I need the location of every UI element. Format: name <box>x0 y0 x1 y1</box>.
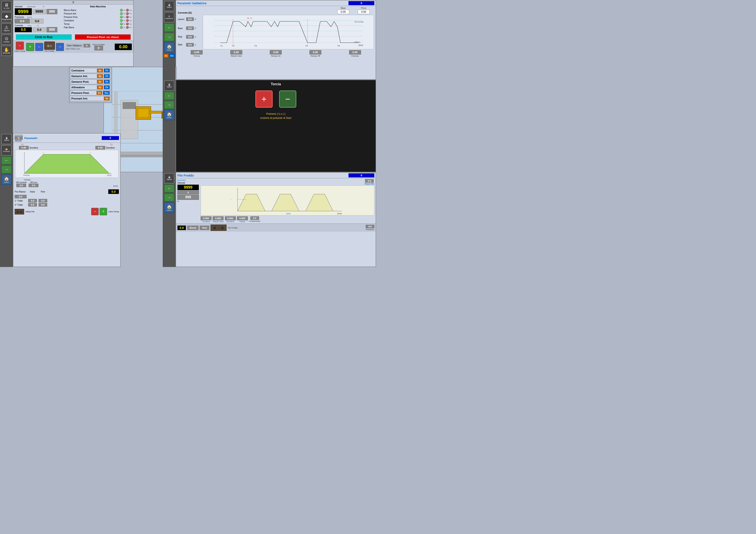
allineatore-ch-btn[interactable]: Ch <box>104 86 110 89</box>
centratore-ch-btn[interactable]: Ch <box>104 69 110 72</box>
sidebar-btn-programma[interactable]: ◆ Programma <box>1 12 12 22</box>
ritardo-start-value[interactable]: 0.00 <box>230 50 242 55</box>
off-corrente-value[interactable]: 0.0 <box>16 184 26 187</box>
ganasce-post-ap-btn[interactable]: Ap <box>97 80 103 84</box>
salva-btn-top[interactable]: 💾 Salva <box>164 1 174 11</box>
tratto2-inizio[interactable]: 0.0 <box>28 203 37 207</box>
corrente-base-value[interactable]: 0.00 <box>337 10 349 14</box>
accelera-value[interactable]: 0.00 <box>19 146 29 149</box>
ganasce-post-ch-btn[interactable]: Ch <box>104 80 110 84</box>
centratore-row: Centratore Ap Ch <box>70 68 111 73</box>
filo-vel-value[interactable]: 9999 <box>177 185 199 191</box>
postgas-value[interactable]: 0.00 <box>349 50 361 55</box>
tratto2-fine[interactable]: 0.0 <box>39 203 47 207</box>
stato-saldatura-label: Stato Saldatura <box>66 44 83 47</box>
plus-button[interactable]: + <box>26 43 34 51</box>
velocity-pct-value[interactable]: 999 <box>46 9 57 14</box>
filo-vel-pct-label[interactable]: 0 <box>177 191 199 194</box>
off-corrente-label-param: Off Corrente <box>16 181 27 184</box>
center-component-panel: Centratore Ap Ch Ganasce Ant. Ap Ch Gana… <box>69 67 112 103</box>
salva-btn-right-mid[interactable]: 💾 Salva <box>164 81 174 91</box>
stato-saldatura-value[interactable]: 0 <box>84 44 90 47</box>
pos-section: Pos.Riposo Inizio Fine 0.0 0.0 1° Tratto… <box>14 189 120 216</box>
arrow-right-carro[interactable]: → <box>56 43 64 51</box>
home-btn-mid[interactable]: 🏠 Home <box>164 110 174 120</box>
home-btn-top[interactable]: 🏠 Home <box>164 42 174 53</box>
pressore-ant-su-btn[interactable]: Su <box>104 97 110 100</box>
corrente-value[interactable]: 0.0 <box>15 27 32 32</box>
centratore-ap-btn[interactable]: Ap <box>97 69 103 72</box>
position-value2[interactable]: 0.0 <box>31 19 43 23</box>
nav-arrow-left-bottom[interactable]: ← <box>1 156 12 165</box>
giu-btn-top[interactable]: Giu <box>169 54 175 58</box>
svg-text:T3: T3 <box>254 44 257 47</box>
off-arco-value[interactable]: 0.0 <box>29 184 39 187</box>
arrow-left-carro[interactable]: ← <box>35 43 43 51</box>
nav-arrow-right-bottom[interactable]: → <box>1 165 12 173</box>
salva-btn-bottom-left[interactable]: 💾 Salva <box>1 134 12 144</box>
sidebar-btn-in-out[interactable]: 🖥 In_Out <box>1 1 12 11</box>
position-value[interactable]: 0.0 <box>15 19 30 23</box>
trapezoid-svg: PreGas [mm] <box>15 150 118 178</box>
base-value[interactable]: 0.0 <box>186 26 194 30</box>
su-btn-top[interactable]: Su <box>164 54 169 58</box>
nav-arrow-left-top[interactable]: ← <box>164 23 174 32</box>
sidebar-btn-azzera[interactable]: ⊙ Azzera <box>1 35 12 45</box>
start-value[interactable]: 0.0 <box>186 43 194 46</box>
passo-filo-value[interactable]: 0.0 <box>365 179 374 183</box>
nav-arrow-right-filo[interactable]: → <box>164 193 174 202</box>
precarico-value[interactable]: 0.0 <box>366 225 374 228</box>
salva-btn-bottom-right[interactable]: 💾 Salva <box>164 173 174 184</box>
rampa-on-value[interactable]: 0.00 <box>270 50 282 55</box>
decelera-value[interactable]: 0.00 <box>95 146 105 149</box>
pos-riposo-value[interactable]: 0.0 <box>15 195 27 198</box>
pressore-post-giu-btn[interactable]: Giu <box>103 91 110 95</box>
nav-arrow-right-top[interactable]: → <box>164 33 174 41</box>
filo-decelera-value[interactable]: 0.000 <box>225 216 236 220</box>
archivio-btn[interactable]: 📂 Archivio <box>1 145 12 156</box>
velocity-main-value[interactable]: 9999 <box>15 8 32 15</box>
pregas-value[interactable]: 0.00 <box>191 50 202 55</box>
sidebar-btn-manuale[interactable]: ✋ Manuale <box>1 46 12 56</box>
pezzi-prodotti-value[interactable]: 0 <box>94 46 103 50</box>
filo-vel-pct-value[interactable]: 999 <box>177 195 199 200</box>
reel-icon-setup-r: ◎ <box>20 210 22 214</box>
stop-value[interactable]: 0.0 <box>186 35 194 38</box>
minus-button[interactable]: − <box>16 41 24 50</box>
velocita-value-display[interactable]: 0 <box>15 136 23 140</box>
filo-reel-btn[interactable]: ◎ → ◎ <box>210 225 227 231</box>
filo-pausa-value[interactable]: 0.000 <box>237 216 248 220</box>
home-btn-filo[interactable]: 🏠 Home <box>164 202 174 213</box>
inizio-label-param: Inizio <box>28 191 37 193</box>
filo-ritardo-value[interactable]: 0.000 <box>213 216 224 220</box>
test-btn-filo[interactable]: Test <box>200 226 209 230</box>
sidebar-btn-allarmi[interactable]: ⚠ Allarmi <box>1 23 12 34</box>
torcia-minus-btn[interactable]: − <box>279 90 296 108</box>
filo-accelera-value[interactable]: 0.000 <box>201 216 211 220</box>
torcia-plus-btn[interactable]: + <box>256 90 273 108</box>
corrente-amp-value[interactable]: 0.0 <box>33 27 46 32</box>
home-btn-bottom-left[interactable]: 🏠 Home <box>1 174 12 185</box>
ganasce-ant-ch-btn[interactable]: Ch <box>104 74 110 78</box>
velocity-mm-value[interactable]: 9999 <box>33 9 46 14</box>
filo-arretramento-value[interactable]: 0.0 <box>251 216 259 220</box>
allineatore-ap-btn[interactable]: Ap <box>97 86 103 89</box>
nav-arrow-right-mid[interactable]: → <box>164 101 174 109</box>
bottom-controls: ◎ ◎ SetUp Filo − + Carro Torcia <box>15 208 119 215</box>
lavoro-value[interactable]: 0.0 <box>186 17 194 21</box>
nav-arrow-left-mid[interactable]: ← <box>164 92 174 100</box>
pressore-post-su-btn[interactable]: Su <box>96 91 102 95</box>
tratto1-inizio[interactable]: 0.0 <box>28 199 37 202</box>
saldatrice-header-value: 0 <box>348 1 374 5</box>
ganasce-ant-ap-btn[interactable]: Ap <box>97 74 103 78</box>
saldatrice-btn[interactable]: ⚙ Saldatrice <box>164 12 174 22</box>
reset-btn-filo[interactable]: Reset <box>187 226 199 230</box>
setup-filo-btn[interactable]: ◎ ◎ <box>15 209 24 215</box>
nav-arrow-left-filo[interactable]: ← <box>164 184 174 192</box>
minus-carro-btn[interactable]: − <box>91 208 99 215</box>
corrente-pct-value[interactable]: 999 <box>46 27 57 32</box>
rampa-off-value[interactable]: 0.00 <box>310 50 321 55</box>
plus-carro-btn[interactable]: + <box>99 208 107 215</box>
tratto1-fine[interactable]: 0.0 <box>39 199 47 202</box>
corrente-picco-value[interactable]: 0.00 <box>358 10 369 14</box>
